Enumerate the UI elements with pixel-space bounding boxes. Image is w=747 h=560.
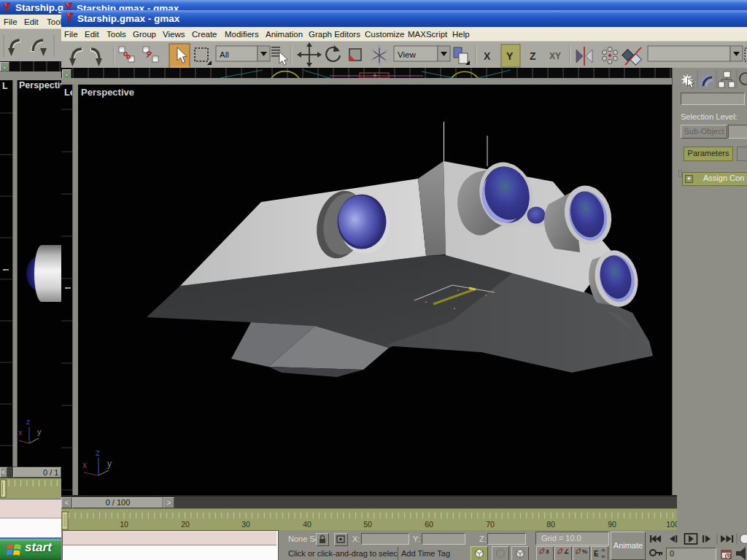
svg-text:∠: ∠: [564, 548, 569, 555]
svg-text:y: y: [37, 427, 42, 436]
svg-text:70: 70: [486, 520, 495, 529]
svg-text:10: 10: [120, 520, 128, 529]
svg-text:E: E: [594, 550, 599, 558]
svg-text:3: 3: [546, 548, 549, 555]
svg-text:z: z: [96, 448, 100, 458]
svg-text:50: 50: [363, 520, 372, 529]
svg-text:All: All: [220, 50, 229, 59]
svg-text:%: %: [582, 548, 587, 555]
svg-text:XY: XY: [549, 51, 561, 61]
svg-text:30: 30: [241, 520, 250, 529]
svg-text:x: x: [18, 428, 23, 437]
svg-text:100: 100: [666, 520, 677, 529]
svg-text:X: X: [484, 50, 491, 62]
svg-text:Y: Y: [506, 50, 514, 62]
svg-text:z: z: [26, 417, 31, 426]
svg-text:x: x: [82, 460, 87, 470]
svg-text:40: 40: [303, 520, 311, 529]
svg-text:20: 20: [181, 520, 190, 529]
svg-text:80: 80: [546, 520, 555, 529]
svg-text:View: View: [398, 50, 416, 59]
svg-text:Z: Z: [530, 50, 536, 62]
svg-text:90: 90: [608, 520, 616, 529]
svg-text:y: y: [107, 459, 112, 469]
svg-text:60: 60: [425, 520, 433, 529]
